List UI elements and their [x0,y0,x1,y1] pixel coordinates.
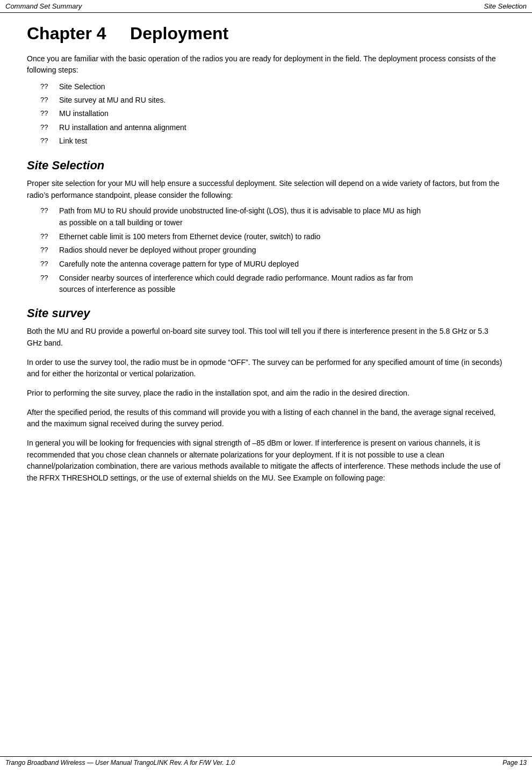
list-item: RU installation and antenna alignment [59,121,505,134]
section-title-site-survey: Site survey [27,306,505,320]
page-content: Chapter 4 Deployment Once you are famili… [0,13,532,503]
chapter-steps-list: Site Selection Site survey at MU and RU … [59,80,505,148]
list-item: Path from MU to RU should provide unobst… [59,205,505,228]
site-survey-para-5: In general you will be looking for frequ… [27,438,505,484]
list-item: Consider nearby sources of interference … [59,273,505,296]
chapter-intro: Once you are familiar with the basic ope… [27,53,505,76]
page-header: Command Set Summary Site Selection [0,0,532,13]
list-item: Carefully note the antenna coverage patt… [59,259,505,270]
page-footer: Trango Broadband Wireless — User Manual … [0,756,532,769]
site-survey-para-4: After the specified period, the results … [27,407,505,430]
header-right: Site Selection [484,2,527,10]
chapter-title: Chapter 4 Deployment [27,24,505,44]
list-item: MU installation [59,107,505,120]
footer-right: Page 13 [502,759,527,766]
list-item: Site survey at MU and RU sites. [59,94,505,107]
footer-left: Trango Broadband Wireless — User Manual … [5,759,235,766]
section-site-selection: Site Selection Proper site selection for… [27,159,505,296]
chapter-heading: Deployment [130,24,228,43]
site-survey-para-2: In order to use the survey tool, the rad… [27,357,505,380]
site-survey-para-3: Prior to performing the site survey, pla… [27,388,505,399]
list-item: Ethernet cable limit is 100 meters from … [59,231,505,243]
section-site-selection-intro: Proper site selection for your MU will h… [27,178,505,201]
section-site-survey: Site survey Both the MU and RU provide a… [27,306,505,484]
chapter-number: Chapter 4 [27,24,106,43]
list-item: Site Selection [59,80,505,94]
list-item: Radios should never be deployed without … [59,245,505,256]
site-survey-para-1: Both the MU and RU provide a powerful on… [27,326,505,349]
header-left: Command Set Summary [5,2,82,10]
list-item: Link test [59,134,505,148]
site-selection-bullets: Path from MU to RU should provide unobst… [59,205,505,296]
section-title-site-selection: Site Selection [27,159,505,173]
